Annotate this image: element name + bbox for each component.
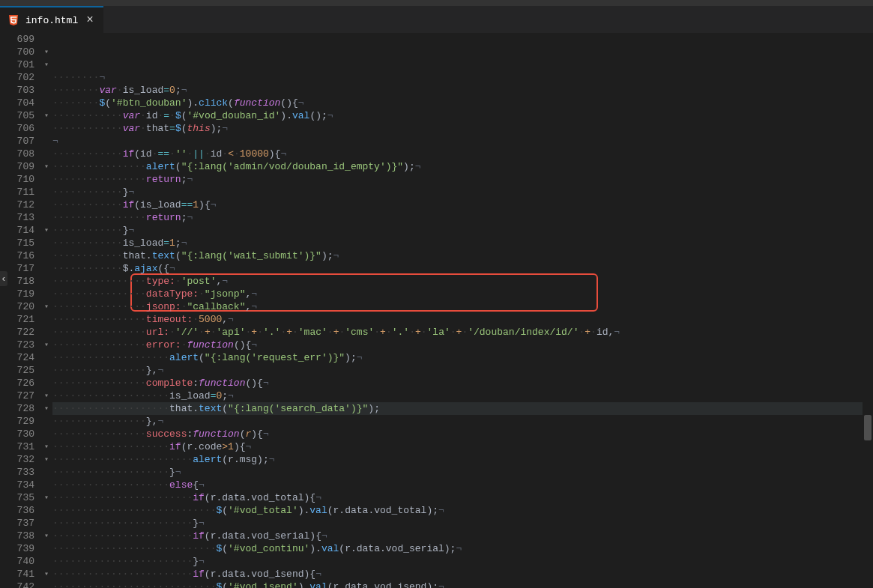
code-line[interactable]: ················type:·'post',¬ [52, 275, 873, 288]
fold-spacer [42, 288, 51, 300]
code-line[interactable]: ················jsonp:·"callback",¬ [52, 300, 873, 313]
scroll-thumb[interactable] [864, 415, 872, 440]
fold-spacer [42, 351, 51, 364]
fold-gutter: ▾▾▾▾▾▾▾▾▾▾▾▾▾▾ [42, 33, 51, 588]
code-line[interactable]: ············}¬ [52, 186, 873, 198]
code-line[interactable]: ················},¬ [52, 415, 873, 428]
fold-toggle-icon[interactable]: ▾ [42, 109, 51, 122]
fold-toggle-icon[interactable]: ▾ [42, 453, 51, 466]
code-line[interactable]: ············if(is_load==1){¬ [52, 198, 873, 211]
code-line[interactable]: ····················is_load=0;¬ [52, 390, 873, 402]
line-number: 720 [0, 300, 34, 313]
code-line[interactable]: ················alert("{:lang('admin/vod… [52, 160, 873, 173]
line-number: 699 [0, 33, 34, 46]
code-line[interactable]: ························if(r.data.vod_is… [52, 568, 873, 581]
code-line[interactable]: ········$('#btn_douban').click(function(… [52, 97, 873, 109]
fold-spacer [42, 97, 51, 109]
fold-toggle-icon[interactable]: ▾ [42, 46, 51, 58]
code-line[interactable]: ················dataType:·"jsonp",¬ [52, 288, 873, 300]
tab-info-html[interactable]: info.html × [0, 6, 103, 33]
fold-toggle-icon[interactable]: ▾ [42, 440, 51, 453]
code-line[interactable]: ····························$('#vod_isen… [52, 581, 873, 588]
code-line[interactable]: ············if(id·==·''·||·id·<·10000){¬ [52, 148, 873, 160]
code-line[interactable]: ················url:·'//'·+·'api'·+·'.'·… [52, 326, 873, 339]
line-number: 724 [0, 351, 34, 364]
line-number: 713 [0, 211, 34, 224]
code-line[interactable]: ················complete:function(){¬ [52, 377, 873, 390]
title-bar [0, 0, 873, 6]
code-line[interactable]: ········¬ [52, 71, 873, 84]
code-line[interactable]: ················},¬ [52, 364, 873, 377]
code-line[interactable]: ····················else{¬ [52, 479, 873, 491]
code-line[interactable]: ············is_load=1;¬ [52, 237, 873, 249]
code-line[interactable]: ············that.text("{:lang('wait_subm… [52, 249, 873, 262]
code-line[interactable]: ························}¬ [52, 555, 873, 568]
fold-toggle-icon[interactable]: ▾ [42, 224, 51, 237]
code-line[interactable]: ············var·id·=·$('#vod_douban_id')… [52, 109, 873, 122]
code-line[interactable]: ························if(r.data.vod_se… [52, 530, 873, 542]
code-line[interactable]: ························alert(r.msg);¬ [52, 453, 873, 466]
html5-icon [7, 14, 19, 26]
fold-spacer [42, 504, 51, 517]
fold-spacer [42, 415, 51, 428]
fold-toggle-icon[interactable]: ▾ [42, 390, 51, 402]
code-line[interactable]: ········var·is_load=0;¬ [52, 84, 873, 97]
fold-toggle-icon[interactable]: ▾ [42, 58, 51, 71]
editor: ‹ 69970070170270370470570670770870971071… [0, 33, 873, 588]
line-number: 729 [0, 415, 34, 428]
line-number: 703 [0, 84, 34, 97]
fold-toggle-icon[interactable]: ▾ [42, 339, 51, 351]
fold-spacer [42, 237, 51, 249]
fold-spacer [42, 555, 51, 568]
fold-toggle-icon[interactable]: ▾ [42, 402, 51, 415]
fold-spacer [42, 148, 51, 160]
code-line[interactable]: ····························$('#vod_cont… [52, 542, 873, 555]
code-line[interactable]: ················error:·function(){¬ [52, 339, 873, 351]
code-line[interactable]: ············var·that=$(this);¬ [52, 122, 873, 135]
tab-bar: info.html × [0, 6, 873, 33]
code-line[interactable]: ····················if(r.code>1){¬ [52, 440, 873, 453]
line-number: 741 [0, 568, 34, 581]
fold-toggle-icon[interactable]: ▾ [42, 568, 51, 581]
line-number: 727 [0, 390, 34, 402]
code-area[interactable]: ········¬········var·is_load=0;¬········… [51, 33, 873, 588]
code-line[interactable]: ············}¬ [52, 224, 873, 237]
code-line[interactable]: ····················that.text("{:lang('s… [52, 402, 873, 415]
fold-spacer [42, 364, 51, 377]
fold-spacer [42, 173, 51, 186]
code-line[interactable]: ························}¬ [52, 517, 873, 530]
fold-toggle-icon[interactable]: ▾ [42, 160, 51, 173]
code-line[interactable]: ····················alert("{:lang('reque… [52, 351, 873, 364]
fold-spacer [42, 71, 51, 84]
code-line[interactable]: ············$.ajax({¬ [52, 262, 873, 275]
line-number: 742 [0, 581, 34, 588]
fold-spacer [42, 211, 51, 224]
fold-spacer [42, 33, 51, 46]
line-number-gutter: 6997007017027037047057067077087097107117… [0, 33, 42, 588]
fold-toggle-icon[interactable]: ▾ [42, 530, 51, 542]
line-number: 733 [0, 466, 34, 479]
close-icon[interactable]: × [84, 13, 96, 27]
fold-toggle-icon[interactable]: ▾ [42, 491, 51, 504]
line-number: 708 [0, 148, 34, 160]
line-number: 738 [0, 530, 34, 542]
line-number: 711 [0, 186, 34, 198]
code-line[interactable]: ¬ [52, 135, 873, 148]
fold-spacer [42, 135, 51, 148]
code-line[interactable]: ····················}¬ [52, 466, 873, 479]
line-number: 728 [0, 402, 34, 415]
fold-toggle-icon[interactable]: ▾ [42, 300, 51, 313]
code-line[interactable]: ················return;¬ [52, 173, 873, 186]
code-line[interactable]: ················success:function(r){¬ [52, 428, 873, 440]
fold-spacer [42, 84, 51, 97]
code-line[interactable]: ················timeout:·5000,¬ [52, 313, 873, 326]
vertical-scrollbar[interactable] [863, 33, 873, 588]
sidebar-toggle-icon[interactable]: ‹ [0, 271, 7, 286]
line-number: 712 [0, 198, 34, 211]
line-number: 714 [0, 224, 34, 237]
code-line[interactable]: ························if(r.data.vod_to… [52, 491, 873, 504]
code-line[interactable]: ················return;¬ [52, 211, 873, 224]
line-number: 704 [0, 97, 34, 109]
line-number: 740 [0, 555, 34, 568]
code-line[interactable]: ····························$('#vod_tota… [52, 504, 873, 517]
